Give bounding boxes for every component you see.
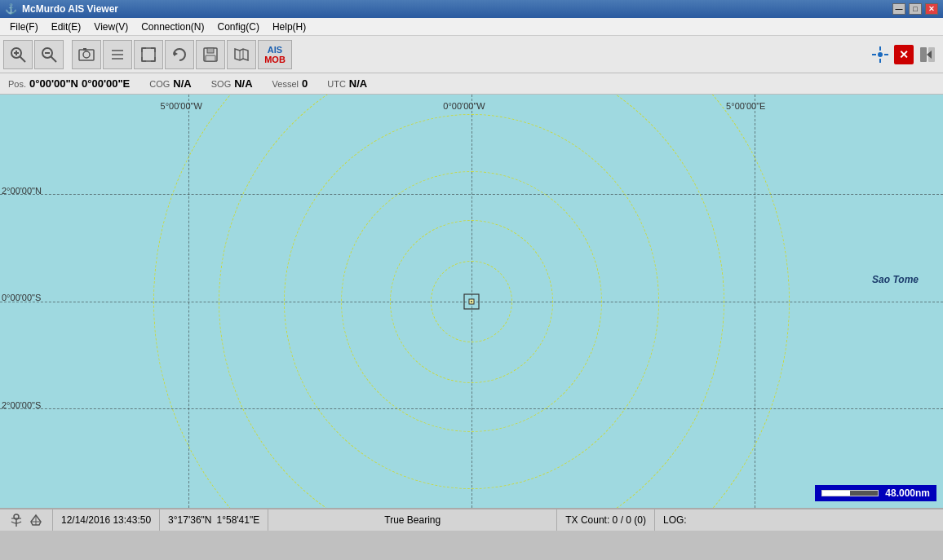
svg-point-21 — [878, 52, 883, 57]
bearing-mode: True Bearing — [384, 514, 441, 526]
app-title: McMurdo AIS Viewer — [22, 3, 118, 15]
svg-rect-17 — [206, 55, 215, 61]
cog-group: COG N/A — [149, 77, 191, 90]
minimize-button[interactable]: — — [892, 3, 905, 15]
screenshot-button[interactable] — [72, 40, 101, 69]
coord-left-equator: 0°00'00"S — [2, 293, 41, 302]
svg-line-1 — [20, 56, 25, 62]
ais-label: AIS — [268, 45, 282, 55]
bottom-coords: 3°17'36"N 1°58'41"E — [160, 509, 268, 531]
svg-line-5 — [51, 56, 56, 62]
close-button[interactable]: ✕ — [925, 3, 938, 15]
zoom-out-button[interactable] — [34, 40, 64, 69]
utc-group: UTC N/A — [327, 77, 367, 90]
gps-icon[interactable] — [868, 42, 892, 67]
gps-controls: ✕ — [868, 42, 940, 67]
svg-marker-14 — [174, 51, 178, 56]
bottom-bar: 12/14/2016 13:43:50 3°17'36"N 1°58'41"E … — [0, 508, 943, 531]
save-button[interactable] — [196, 40, 225, 69]
menu-file[interactable]: File(F) — [3, 20, 45, 34]
scale-bar: 48.000nm — [815, 485, 936, 501]
coord-top-east: 5°00'00"E — [726, 101, 765, 111]
pos-lon: 0°00'00"E — [82, 77, 130, 90]
mob-label: MOB — [264, 55, 286, 64]
tx-count-value: TX Count: 0 / 0 (0) — [565, 514, 646, 526]
cog-value: N/A — [173, 77, 191, 90]
maximize-button[interactable]: □ — [909, 3, 922, 15]
svg-rect-9 — [83, 48, 86, 51]
ais-mob-button[interactable]: AIS MOB — [258, 40, 292, 69]
gps-close-icon[interactable]: ✕ — [894, 45, 914, 64]
menu-bar: File(F) Edit(E) View(V) Connection(N) Co… — [0, 18, 943, 36]
pos-label: Pos. — [8, 79, 26, 89]
coord-left-north: 2°00'00"N — [2, 186, 42, 196]
vessel-label: Vessel — [272, 79, 299, 89]
panel-toggle-button[interactable] — [915, 42, 940, 67]
map-container[interactable]: 5°00'00"W 0°00'00"W 5°00'00"E 2°00'00"N … — [0, 95, 943, 508]
menu-view[interactable]: View(V) — [87, 20, 135, 34]
app-icon: ⚓ — [5, 3, 17, 15]
coord-top-center: 0°00'00"W — [443, 101, 485, 111]
sao-tome-label: Sao Tome — [872, 274, 919, 285]
toolbar: AIS MOB ✕ — [0, 36, 943, 73]
utc-label: UTC — [327, 79, 346, 89]
anchor-icon — [8, 512, 24, 528]
menu-edit[interactable]: Edit(E) — [45, 20, 88, 34]
menu-config[interactable]: Config(C) — [211, 20, 266, 34]
svg-point-8 — [83, 51, 90, 58]
pos-lat: 0°00'00"N — [29, 77, 78, 90]
refresh-button[interactable] — [165, 40, 194, 69]
coord-left-south: 2°00'00"S — [2, 400, 41, 410]
zoom-in-button[interactable] — [3, 40, 33, 69]
svg-marker-18 — [235, 49, 248, 60]
map-button[interactable] — [227, 40, 256, 69]
bottom-icons — [0, 509, 53, 531]
scale-value: 48.000nm — [885, 487, 930, 499]
status-bar: Pos. 0°00'00"N 0°00'00"E COG N/A SOG N/A… — [0, 73, 943, 95]
datetime-value: 12/14/2016 13:43:50 — [61, 514, 151, 526]
svg-rect-13 — [142, 48, 155, 61]
svg-point-31 — [471, 301, 472, 302]
svg-rect-26 — [920, 47, 927, 62]
bottom-mode: True Bearing — [268, 509, 557, 531]
title-bar-controls: — □ ✕ — [892, 3, 938, 15]
pos-group: Pos. 0°00'00"N 0°00'00"E — [8, 77, 130, 90]
bottom-tx-count: TX Count: 0 / 0 (0) — [557, 509, 655, 531]
menu-help[interactable]: Help(H) — [266, 20, 312, 34]
ship-icon — [28, 512, 44, 528]
sog-label: SOG — [211, 79, 231, 89]
fit-screen-button[interactable] — [134, 40, 163, 69]
svg-rect-16 — [207, 48, 214, 53]
vessel-value: 0 — [302, 77, 308, 90]
bottom-lon: 1°58'41"E — [217, 514, 260, 526]
sog-value: N/A — [234, 77, 252, 90]
cog-label: COG — [149, 79, 170, 89]
bottom-lat: 3°17'36"N — [168, 514, 211, 526]
bottom-datetime: 12/14/2016 13:43:50 — [53, 509, 160, 531]
crosshair — [463, 293, 480, 311]
vessel-group: Vessel 0 — [272, 77, 308, 90]
utc-value: N/A — [349, 77, 367, 90]
log-label: LOG: — [663, 514, 687, 526]
bottom-log: LOG: — [655, 509, 943, 531]
title-bar: ⚓ McMurdo AIS Viewer — □ ✕ — [0, 0, 943, 18]
coord-top-west: 5°00'00"W — [161, 101, 202, 111]
title-bar-left: ⚓ McMurdo AIS Viewer — [5, 3, 118, 15]
sog-group: SOG N/A — [211, 77, 253, 90]
menu-connection[interactable]: Connection(N) — [135, 20, 210, 34]
list-button[interactable] — [103, 40, 132, 69]
